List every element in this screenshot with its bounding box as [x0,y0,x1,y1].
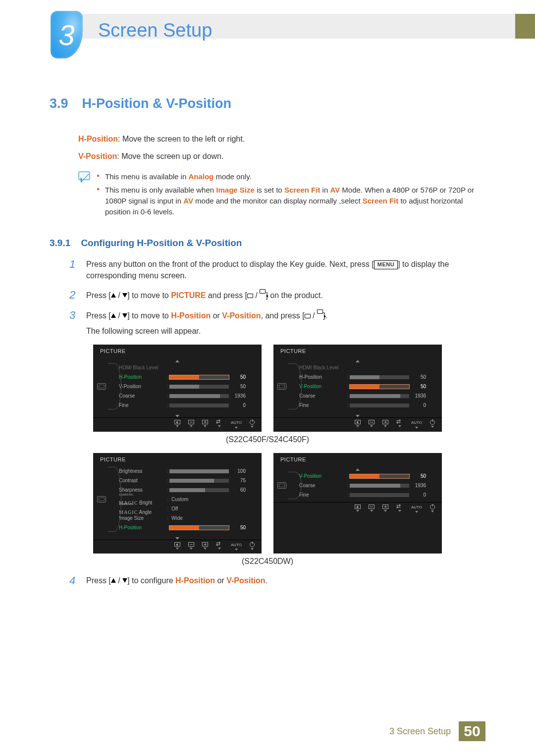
osd-value: 50 [229,374,246,381]
osd-slider [169,488,229,492]
osd-menu-item: Coarse: 1936 [299,393,436,400]
note-list: This menu is available in Analog mode on… [97,171,485,220]
osd-value: 60 [229,487,246,494]
osd-menu-items: HDMI Black LevelH-Position: 50V-Position… [119,363,256,409]
osd-value: 0 [409,402,426,409]
osd-slider [350,394,409,398]
osd-power-button[interactable] [430,504,435,513]
osd-value: 1936 [409,393,426,400]
section-number: 3.9 [50,94,78,113]
note-item: This menu is available in Analog mode on… [97,171,485,182]
subsection-title: 3.9.1 Configuring H-Position & V-Positio… [50,236,485,250]
osd-panel-vpos: PICTURE HDMI Black LevelH-Position: 50V-… [273,345,442,432]
osd-slider [169,375,229,379]
arc-decoration [110,467,116,532]
osd-slider [350,474,409,478]
picture-category-icon [277,383,286,390]
osd-value: 1936 [229,393,246,400]
osd-auto-button[interactable]: AUTO [411,504,422,513]
vposition-desc: V-Position: Move the screen up or down. [78,151,485,162]
osd-slider [350,403,409,407]
osd-back-button[interactable] [355,504,361,513]
arc-decoration [110,363,116,409]
osd-minus-button[interactable] [369,420,374,429]
osd-slider [169,394,229,398]
down-arrow-icon [122,578,127,583]
note-item: This menu is only available when Image S… [97,185,485,217]
osd-plus-button[interactable] [202,542,208,551]
osd-title: PICTURE [93,345,262,357]
osd-auto-button[interactable]: AUTO [231,420,242,429]
osd-value: 1936 [409,482,426,490]
osd-menu-item: Fine: 0 [299,402,436,409]
osd-body: HDMI Black LevelH-Position: 50V-Position… [93,362,262,412]
osd-minus-button[interactable] [188,542,194,551]
osd-menu-item: Contrast: 75 [119,477,256,485]
osd-footer: AUTO [273,417,442,429]
enter-icon [260,289,266,294]
arc-decoration [290,472,296,499]
page-footer: 3 Screen Setup 50 [389,721,485,741]
osd-back-button[interactable] [174,542,180,551]
osd-source-button[interactable] [396,420,403,429]
osd-menu-items: HDMI Black LevelH-Position: 50V-Position… [299,363,436,409]
scroll-up-icon [93,357,262,362]
osd-menu-item: Fine: 0 [119,402,256,409]
osd-power-button[interactable] [250,542,255,551]
picture-category-icon [97,496,106,503]
down-arrow-icon [122,293,127,298]
step-3: 3 Press [ / ] to move to H-Position or V… [69,309,485,337]
osd-value: 50 [229,383,246,391]
content-area: 3.9 H-Position & V-Position H-Position: … [50,94,485,595]
osd-source-button[interactable] [216,420,223,429]
osd-slider [169,403,229,407]
osd-slider [350,484,409,488]
osd-back-button[interactable] [174,420,180,429]
osd-caption: (S22C450F/S24C450F) [50,434,485,445]
scroll-down-icon [93,535,262,540]
osd-menu-item: Coarse: 1936 [119,393,256,400]
osd-menu-item: V-Position: 50 [299,383,436,391]
osd-plus-button[interactable] [202,420,208,429]
osd-value: Off [169,505,178,513]
page-number: 50 [459,721,485,741]
osd-plus-button[interactable] [382,504,388,513]
step-1: 1 Press any button on the front of the p… [69,258,485,281]
osd-plus-button[interactable] [382,420,388,429]
osd-title: PICTURE [273,453,442,466]
manual-page: 3 Screen Setup 3.9 H-Position & V-Positi… [0,0,535,756]
osd-slider [169,385,229,389]
osd-body: V-Position: 50Coarse: 1936Fine: 0 [273,471,442,502]
osd-menu-item: HDMI Black Level [299,364,436,372]
up-arrow-icon [111,293,116,298]
osd-body: Brightness: 100Contrast: 75Sharpness: 60… [93,466,262,535]
osd-source-button[interactable] [396,504,403,513]
osd-caption: (S22C450DW) [50,555,485,567]
osd-minus-button[interactable] [369,504,374,513]
osd-slider [169,469,229,473]
osd-auto-button[interactable]: AUTO [411,420,422,429]
osd-value: 50 [409,383,426,391]
step-2: 2 Press [ / ] to move to PICTURE and pre… [69,289,485,301]
osd-footer: AUTO [273,502,442,513]
menu-key: MENU [374,260,398,269]
osd-auto-button[interactable]: AUTO [231,542,242,551]
osd-back-button[interactable] [355,420,361,429]
osd-power-button[interactable] [250,420,255,429]
osd-minus-button[interactable] [188,420,194,429]
down-arrow-icon [122,313,127,318]
rect-icon [305,314,311,318]
osd-title: PICTURE [93,453,262,466]
arc-decoration [290,363,296,409]
osd-menu-item: H-Position: 50 [119,374,256,381]
osd-source-button[interactable] [216,542,223,551]
osd-power-button[interactable] [430,420,435,429]
osd-footer: AUTO [93,417,262,429]
osd-value: Custom [169,496,188,504]
osd-slider [350,385,409,389]
osd-menu-item: Coarse: 1936 [299,482,436,490]
osd-value: 50 [409,374,426,381]
scroll-up-icon [273,466,442,471]
rect-icon [247,294,253,298]
osd-value: 0 [409,492,426,499]
